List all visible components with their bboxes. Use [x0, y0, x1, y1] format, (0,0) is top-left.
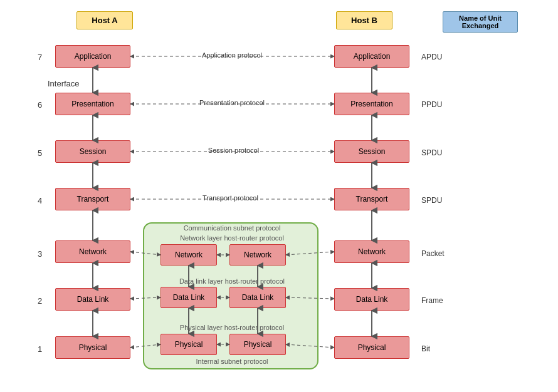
name-unit-label: Name of Unit Exchanged [443, 11, 518, 33]
unit-apdu: APDU [421, 53, 442, 61]
unit-spdu-4: SPDU [421, 196, 442, 205]
layer-num-6: 6 [38, 100, 42, 110]
host-a-physical: Physical [55, 336, 130, 359]
host-a-transport: Transport [55, 188, 130, 210]
router-physical-1: Physical [161, 334, 217, 355]
host-b-transport: Transport [334, 188, 409, 210]
physical-layer-proto-label: Physical layer host-router protocol [150, 324, 313, 331]
router-network-2: Network [229, 244, 286, 266]
data-link-layer-proto-label: Data link layer host-router protocol [150, 277, 313, 285]
unit-frame: Frame [421, 296, 443, 305]
layer-num-7: 7 [38, 53, 42, 62]
router-physical-2: Physical [229, 334, 286, 355]
router-datalink-2: Data Link [229, 287, 286, 308]
unit-packet: Packet [421, 249, 445, 258]
router-datalink-1: Data Link [161, 287, 217, 308]
host-a-presentation: Presentation [55, 93, 130, 115]
interface-label: Interface [48, 79, 80, 88]
presentation-proto-label: Presentation protocol [169, 99, 295, 106]
layer-num-3: 3 [38, 249, 42, 259]
host-a-session: Session [55, 140, 130, 163]
comm-subnet-label: Communication subnet protocol [150, 224, 313, 232]
host-a-datalink: Data Link [55, 288, 130, 311]
osi-diagram: Host A Host B Name of Unit Exchanged 7 6… [0, 0, 558, 392]
host-a-label: Host A [76, 11, 133, 29]
unit-ppdu: PPDU [421, 100, 442, 109]
layer-num-2: 2 [38, 296, 42, 306]
host-b-application: Application [334, 45, 409, 68]
layer-num-4: 4 [38, 196, 42, 205]
layer-num-5: 5 [38, 148, 42, 158]
application-proto-label: Application protocol [176, 51, 288, 59]
host-b-physical: Physical [334, 336, 409, 359]
host-b-network: Network [334, 240, 409, 263]
internal-subnet-label: Internal subnet protocol [150, 358, 313, 365]
host-a-network: Network [55, 240, 130, 263]
transport-proto-label: Transport protocol [169, 194, 292, 202]
router-network-1: Network [161, 244, 217, 266]
session-proto-label: Session protocol [179, 147, 288, 154]
network-layer-proto-label: Network layer host-router protocol [150, 234, 313, 242]
unit-spdu-5: SPDU [421, 148, 442, 157]
host-a-application: Application [55, 45, 130, 68]
host-b-label: Host B [336, 11, 392, 29]
host-b-datalink: Data Link [334, 288, 409, 311]
unit-bit: Bit [421, 344, 430, 353]
layer-num-1: 1 [38, 344, 42, 354]
host-b-session: Session [334, 140, 409, 163]
host-b-presentation: Presentation [334, 93, 409, 115]
